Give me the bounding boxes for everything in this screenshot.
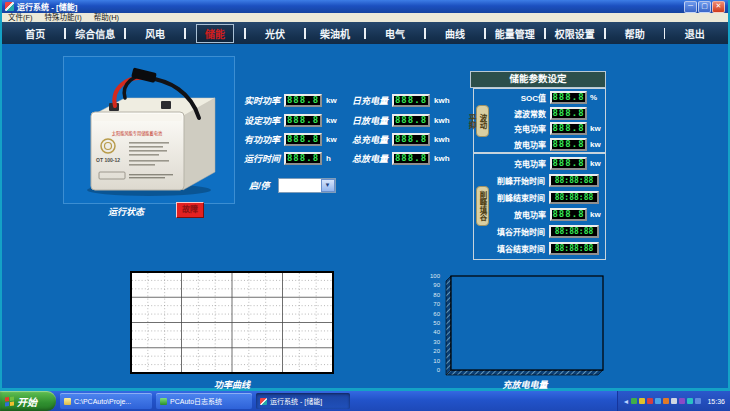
- nav-tab-exit[interactable]: 退出: [665, 26, 723, 41]
- settings-group-side-label: 削峰填谷: [476, 186, 489, 226]
- battery-model-text: OT 100-12: [96, 157, 120, 163]
- tray-icon[interactable]: [631, 398, 637, 404]
- led-display: 888.8: [550, 138, 587, 151]
- windows-logo-icon: [5, 396, 14, 406]
- tray-icon[interactable]: [639, 398, 645, 404]
- menu-help[interactable]: 帮助(H): [88, 13, 125, 22]
- setting-row: 充电功率 888.8 kw: [489, 122, 605, 135]
- nav-tab-pv[interactable]: 光伏: [246, 26, 304, 41]
- settings-group-fluctuation: 波动平抑 SOC值 888.8 % 滤波常数 888.8 充电功率 888.8 …: [473, 88, 606, 154]
- param-row: 日放电量 888.8 kwh: [342, 110, 456, 129]
- energy-params: 日充电量 888.8 kwh 日放电量 888.8 kwh 总充电量 888.8…: [342, 91, 456, 169]
- setting-row: 放电功率 888.8 kw: [489, 208, 605, 221]
- param-row: 总充电量 888.8 kwh: [342, 130, 456, 149]
- setting-row: 充电功率 888.8 kw: [489, 157, 605, 170]
- nav-tab-wind[interactable]: 风电: [126, 26, 184, 41]
- menu-file[interactable]: 文件(F): [2, 13, 39, 22]
- nav-tab-curves[interactable]: 曲线: [426, 26, 484, 41]
- nav-tab-storage[interactable]: 储能: [186, 24, 244, 43]
- energy-bar-chart: [441, 272, 609, 378]
- battery-image: 太阳能风能专用储能蓄电池 OT 100-12: [63, 56, 235, 204]
- taskbar-task-log-system[interactable]: PCAuto日志系统: [156, 393, 252, 409]
- param-label: 总放电量: [342, 152, 388, 165]
- param-label: 有功功率: [234, 133, 280, 146]
- setting-row: SOC值 888.8 %: [489, 91, 605, 104]
- setting-row: 放电功率 888.8 kw: [489, 138, 605, 151]
- setting-row: 填谷开始时间 88:88:88: [489, 225, 605, 238]
- led-display: 888.8: [392, 94, 430, 107]
- param-unit: kwh: [434, 154, 456, 163]
- run-system-icon: [260, 398, 267, 405]
- screen: 运行系统 - [储能] ─ ▢ ✕ 文件(F) 特殊功能(I) 帮助(H) 首页…: [0, 0, 730, 411]
- taskbar-task-explorer[interactable]: C:\PCAuto\Proje...: [60, 393, 152, 409]
- nav-tab-permissions[interactable]: 权限设置: [546, 26, 604, 41]
- led-display: 888.8: [550, 107, 587, 120]
- start-button[interactable]: 开始: [0, 391, 56, 411]
- param-row: 实时功率 888.8 kw: [234, 91, 348, 110]
- param-label: 日充电量: [342, 94, 388, 107]
- window-title: 运行系统 - [储能]: [17, 1, 77, 12]
- settings-group-side-label: 波动平抑: [476, 105, 489, 137]
- led-display: 888.8: [284, 133, 322, 146]
- folder-icon: [64, 398, 71, 405]
- param-row: 运行时间 888.8 h: [234, 149, 348, 168]
- tray-icon[interactable]: [655, 398, 661, 404]
- param-label: 运行时间: [234, 152, 280, 165]
- led-display: 888.8: [550, 122, 587, 135]
- tray-icon[interactable]: [687, 398, 693, 404]
- led-display: 888.8: [392, 152, 430, 165]
- led-display: 88:88:88: [549, 242, 599, 255]
- maximize-button[interactable]: ▢: [698, 1, 711, 13]
- start-stop-select[interactable]: ▼: [278, 178, 336, 193]
- param-row: 总放电量 888.8 kwh: [342, 149, 456, 168]
- taskbar: 开始 C:\PCAuto\Proje... PCAuto日志系统 运行系统 - …: [0, 391, 730, 411]
- param-row: 设定功率 888.8 kw: [234, 110, 348, 129]
- power-curve-chart: [130, 271, 334, 374]
- tray-icon[interactable]: [647, 398, 653, 404]
- tray-chevron-icon[interactable]: ◄: [623, 398, 630, 405]
- param-row: 有功功率 888.8 kw: [234, 130, 348, 149]
- minimize-button[interactable]: ─: [684, 1, 697, 13]
- param-unit: kwh: [434, 135, 456, 144]
- tray-icon[interactable]: [663, 398, 669, 404]
- nav-tab-help[interactable]: 帮助: [606, 26, 664, 41]
- nav-tab-electrical[interactable]: 电气: [366, 26, 424, 41]
- clock: 15:36: [707, 398, 725, 405]
- run-control: 启/停 ▼: [249, 178, 336, 193]
- led-display: 88:88:88: [549, 225, 599, 238]
- led-display: 888.8: [284, 94, 322, 107]
- energy-chart-yticks: 1009080706050403020100: [427, 273, 440, 375]
- tray-icon[interactable]: [671, 398, 677, 404]
- power-curve-title: 功率曲线: [130, 378, 334, 391]
- led-display: 88:88:88: [549, 191, 599, 204]
- taskbar-task-run-system[interactable]: 运行系统 - [储能]: [256, 393, 350, 409]
- nav-tab-overview[interactable]: 综合信息: [66, 26, 124, 41]
- param-label: 总充电量: [342, 133, 388, 146]
- chevron-down-icon[interactable]: ▼: [321, 179, 335, 192]
- app-icon: [5, 2, 14, 11]
- led-display: 888.8: [392, 114, 430, 127]
- param-label: 实时功率: [234, 94, 280, 107]
- window-border-left: [0, 0, 2, 391]
- nav-tab-energy-mgmt[interactable]: 能量管理: [486, 26, 544, 41]
- param-unit: kwh: [434, 116, 456, 125]
- led-display: 888.8: [392, 133, 430, 146]
- nav-tab-diesel[interactable]: 柴油机: [306, 26, 364, 41]
- setting-row: 滤波常数 888.8: [489, 107, 605, 120]
- settings-panel-title: 储能参数设定: [470, 71, 606, 88]
- param-label: 设定功率: [234, 114, 280, 127]
- tray-icon[interactable]: [679, 398, 685, 404]
- led-display: 888.8: [284, 114, 322, 127]
- settings-group-peak-shaving: 削峰填谷 充电功率 888.8 kw 削峰开始时间 88:88:88 削峰结束时…: [473, 152, 606, 260]
- param-unit: kwh: [434, 96, 456, 105]
- close-button[interactable]: ✕: [712, 1, 725, 13]
- start-stop-label: 启/停: [249, 179, 270, 192]
- menu-special-functions[interactable]: 特殊功能(I): [39, 13, 88, 22]
- led-display: 888.8: [550, 208, 587, 221]
- status-label: 运行状态: [108, 205, 168, 218]
- tray-icon[interactable]: [695, 398, 701, 404]
- energy-chart-title: 充放电电量: [441, 378, 609, 391]
- nav-bar: 首页 综合信息 风电 储能 光伏 柴油机 电气 曲线 能量管理 权限设置 帮助 …: [2, 22, 728, 44]
- nav-tab-home[interactable]: 首页: [6, 26, 64, 41]
- power-params: 实时功率 888.8 kw 设定功率 888.8 kw 有功功率 888.8 k…: [234, 91, 348, 169]
